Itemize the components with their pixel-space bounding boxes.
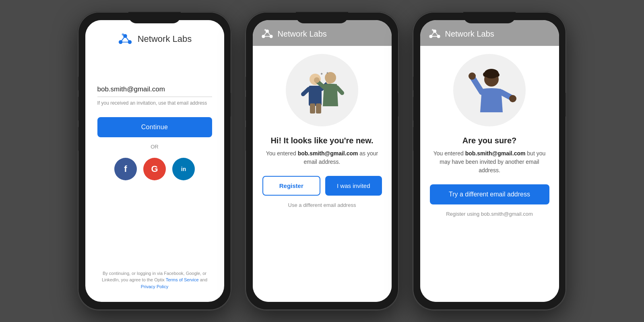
network-labs-logo-icon [118, 31, 133, 47]
svg-line-22 [303, 89, 309, 94]
svg-point-25 [314, 77, 320, 83]
register-using-email-link[interactable]: Register using bob.smith@gmail.com [446, 211, 533, 217]
phone-are-you-sure: Network Labs [413, 12, 566, 310]
svg-line-4 [125, 36, 130, 42]
phone3-logo-icon [428, 27, 441, 40]
privacy-policy-link[interactable]: Privacy Policy [141, 284, 168, 289]
facebook-icon: f [124, 164, 127, 174]
phone3-header: Network Labs [420, 20, 559, 46]
svg-rect-18 [310, 103, 315, 114]
high-five-svg: ✦ ✦ [292, 60, 352, 120]
svg-line-26 [337, 87, 342, 93]
high-five-illustration: ✦ ✦ [286, 54, 358, 126]
celebrate-svg [459, 60, 520, 120]
svg-point-40 [487, 69, 492, 75]
i-was-invited-button[interactable]: I was invited [325, 176, 382, 196]
phone2-modal: ✦ ✦ Hi! It looks like you're new. You en… [253, 46, 392, 302]
phone1-header: Network Labs [85, 20, 224, 53]
phone-new-user: Network Labs [246, 12, 398, 310]
phone1-screen: Network Labs bob.smith@gmail.com If you … [85, 20, 224, 302]
email-hint: If you received an invitation, use that … [97, 100, 212, 106]
celebrate-illustration [453, 54, 526, 126]
google-icon: G [151, 164, 158, 174]
phone2-desc: You entered bob.smith@gmail.com as your … [262, 149, 382, 166]
try-different-email-button[interactable]: Try a different email address [430, 184, 549, 204]
svg-line-11 [263, 31, 267, 37]
svg-text:✦: ✦ [320, 72, 323, 76]
facebook-login-button[interactable]: f [114, 158, 137, 180]
svg-line-33 [435, 31, 439, 37]
phone3-screen: Network Labs [420, 20, 559, 302]
phone3-brand-name: Network Labs [445, 29, 494, 39]
terms-text: By continuing, or logging in via Faceboo… [97, 270, 212, 294]
phone3-email: bob.smith@gmail.com [465, 150, 526, 157]
or-divider: OR [97, 144, 212, 150]
svg-point-42 [495, 73, 500, 77]
phone2-email: bob.smith@gmail.com [298, 150, 358, 157]
phone3-modal: Are you sure? You entered bob.smith@gmai… [420, 46, 559, 302]
svg-text:✦: ✦ [326, 71, 329, 75]
phone2-screen: Network Labs [253, 20, 392, 302]
social-buttons: f G in [97, 158, 212, 180]
svg-rect-19 [316, 103, 321, 114]
email-input-area[interactable]: bob.smith@gmail.com [97, 85, 212, 97]
svg-point-46 [509, 95, 516, 102]
phone3-title: Are you sure? [462, 136, 516, 145]
phones-container: Network Labs bob.smith@gmail.com If you … [0, 0, 644, 322]
phone1-brand-name: Network Labs [138, 34, 192, 44]
google-login-button[interactable]: G [143, 158, 166, 180]
phone1-content: bob.smith@gmail.com If you received an i… [85, 53, 224, 302]
email-value[interactable]: bob.smith@gmail.com [97, 85, 212, 93]
phone2-logo-icon [261, 27, 274, 40]
linkedin-login-button[interactable]: in [172, 158, 195, 180]
phone-login: Network Labs bob.smith@gmail.com If you … [78, 12, 231, 310]
register-button[interactable]: Register [262, 176, 321, 196]
phone3-desc: You entered bob.smith@gmail.com but you … [430, 149, 549, 175]
phone2-brand-name: Network Labs [278, 29, 327, 39]
terms-of-service-link[interactable]: Terms of Service [166, 277, 199, 282]
continue-button[interactable]: Continue [97, 117, 212, 137]
phone2-title: Hi! It looks like you're new. [270, 136, 373, 145]
svg-line-12 [267, 31, 271, 37]
svg-line-3 [120, 36, 125, 42]
svg-point-44 [469, 72, 476, 80]
linkedin-icon: in [181, 166, 186, 172]
svg-line-32 [431, 31, 435, 37]
phone2-action-buttons: Register I was invited [262, 176, 382, 196]
phone2-header: Network Labs [253, 20, 392, 46]
use-different-email-link[interactable]: Use a different email address [288, 202, 356, 208]
